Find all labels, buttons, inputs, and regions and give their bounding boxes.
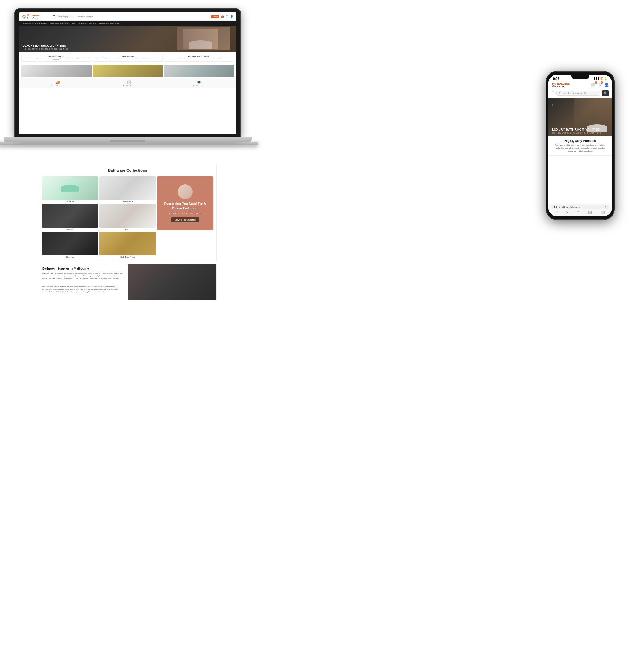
cta-subtitle: Experience the Builders Outlet Differenc…	[166, 212, 204, 215]
service-price-check: 📋 Price Check Promise	[123, 80, 135, 86]
nav-item-mirrors[interactable]: MIRRORS	[89, 23, 97, 24]
laptop-logo-tagline: Serving Quality Building Relations	[27, 19, 41, 20]
phone-header: 🏠 BUILDERS OUTLET 🛒 0 ♡ 0 👤	[549, 81, 612, 88]
virtual-icon: 💻	[194, 80, 204, 84]
phone-logo-builders: BUILDERS	[557, 82, 569, 85]
product-thumb-2[interactable]	[92, 65, 163, 77]
bathware-item-vanities[interactable]: Vanities	[42, 204, 98, 230]
cta-browse-button[interactable]: Browse The Collection	[171, 217, 199, 222]
basin-image	[100, 204, 156, 228]
nav-item-basin[interactable]: BASIN	[64, 23, 70, 24]
phone-logo: 🏠 BUILDERS OUTLET	[552, 82, 569, 87]
nav-item-flooring[interactable]: FLOORING	[55, 23, 64, 24]
laptop-services: 🚚 Amazing Delivery Service 📋 Price Check…	[19, 78, 236, 88]
bathware-item-mixer[interactable]: High Rain Mixer	[100, 232, 156, 258]
phone-header-icons: 🛒 0 ♡ 0 👤	[591, 83, 609, 87]
phone-logo-house-icon: 🏠	[552, 82, 556, 87]
nav-item-tiles[interactable]: TILES	[49, 23, 54, 24]
phone-bookmark-button[interactable]: 📖	[588, 211, 592, 214]
phone-share-button[interactable]: ⬆	[577, 211, 579, 214]
laptop-cart-icon[interactable]: 📦	[221, 15, 224, 18]
nav-item-all-series[interactable]: ALL SERIES	[110, 23, 120, 24]
showers-label: Showers	[42, 256, 98, 258]
laptop-search-button[interactable]: Search	[211, 15, 219, 18]
phone-account-icon[interactable]: 👤	[604, 83, 609, 87]
phone-feature-card: High-Quality Products We have a wide sel…	[549, 136, 612, 156]
laptop-screen-inner: 🏠 B BUILDERS OUTLET Serving Quality Buil…	[19, 12, 236, 134]
nav-item-kitchen[interactable]: KITCHEN & LAUNDRY	[32, 23, 48, 24]
phone-time: 9:07	[553, 77, 559, 80]
bath-spout-image	[100, 176, 156, 200]
laptop-search-input[interactable]	[75, 15, 210, 19]
nav-item-bathware[interactable]: BATHWARE	[22, 23, 31, 24]
phone-nav-buttons: < > ⬆ 📖 ⬜	[552, 209, 609, 214]
delivery-icon: 🚚	[51, 80, 64, 84]
service-virtual-label: Virtual Consultations	[194, 85, 204, 86]
phone-forward-button[interactable]: >	[566, 211, 568, 214]
laptop-features: High-Quality Products We carry a wide se…	[19, 52, 236, 63]
laptop-logo-house-icon: 🏠	[22, 15, 26, 19]
price-check-icon: 📋	[123, 80, 135, 84]
bathware-section-title: Bathware Collections	[42, 168, 214, 174]
phone-aa-label[interactable]: AA	[554, 206, 557, 209]
bathware-item-bath-spout[interactable]: Bath Spout	[100, 176, 156, 203]
phone-logo-outlet: OUTLET	[557, 85, 569, 87]
phone-back-button[interactable]: <	[556, 211, 557, 214]
basin-label: Basin	[100, 228, 156, 230]
phone-search-button[interactable]: 🔍	[602, 90, 609, 96]
laptop-hamburger-icon[interactable]: ☰	[53, 15, 55, 18]
phone-hero-text: LUXURY BATHROOM VANITIES 250+ BEAUTIFUL …	[552, 128, 601, 134]
supplies-text: Bathroom Supplies in Melbourne Builders …	[39, 264, 128, 300]
phone-screen: 9:07 ▌▌▌ 📶 🔋 🏠 BUILDERS OUTLET	[549, 75, 612, 216]
vanities-image	[42, 204, 98, 228]
feature-card-quality: High-Quality Products We carry a wide se…	[21, 54, 91, 62]
laptop-account-icon[interactable]: 👤	[230, 15, 233, 18]
bath-spout-label: Bath Spout	[100, 201, 156, 203]
bathware-cta-column: Everything You Need For A Dream Bathroom…	[157, 176, 214, 230]
laptop-category-select[interactable]	[56, 15, 74, 19]
supplies-desc2: We even offer a price match guarantee fo…	[43, 285, 124, 293]
phone-wishlist-count: 0	[601, 81, 603, 84]
site-header: 🏠 B BUILDERS OUTLET Serving Quality Buil…	[19, 12, 236, 21]
feature-card-australian: Australian Owned & Operated Transform yo…	[164, 54, 234, 62]
bathware-grid: Bathtubs Bath Spout Everything You Need …	[42, 176, 214, 230]
phone-url-text: AA 🔒 uildersoutlet.com.au	[554, 206, 580, 209]
phone-hamburger-icon[interactable]: ☰	[552, 91, 555, 95]
bathware-item-showers[interactable]: Showers	[42, 232, 98, 258]
phone-cart-count: 0	[595, 81, 597, 84]
feature-quality-desc: We carry a wide selection of tapware, ba…	[23, 58, 90, 60]
phone-url-bar[interactable]: AA 🔒 uildersoutlet.com.au ↻	[552, 205, 609, 209]
phone-url-domain: uildersoutlet.com.au	[562, 206, 581, 208]
product-thumb-3[interactable]	[164, 65, 234, 77]
nav-item-accessories[interactable]: ACCESSORIES	[97, 23, 109, 24]
supplies-image	[128, 264, 216, 300]
bathware-item-basin[interactable]: Basin	[100, 204, 156, 230]
phone-search-input[interactable]	[556, 90, 600, 96]
phone-tabs-button[interactable]: ⬜	[601, 211, 605, 214]
phone-wishlist-badge[interactable]: ♡ 0	[598, 83, 602, 87]
phone-device: 9:07 ▌▌▌ 📶 🔋 🏠 BUILDERS OUTLET	[546, 71, 614, 220]
bathtubs-image	[42, 176, 98, 200]
laptop-device: 🏠 B BUILDERS OUTLET Serving Quality Buil…	[15, 9, 241, 157]
bathware-item-bathtubs[interactable]: Bathtubs	[42, 176, 98, 203]
phone-refresh-icon[interactable]: ↻	[605, 206, 607, 209]
showers-image	[42, 232, 98, 255]
laptop-screen-outer: 🏠 B BUILDERS OUTLET Serving Quality Buil…	[15, 9, 241, 137]
bathware-section: Bathware Collections Bathtubs Bath Spout…	[38, 165, 217, 261]
hero-title: LUXURY BATHROOM VANITIES	[23, 44, 68, 48]
phone-cart-badge[interactable]: 🛒 0	[591, 83, 596, 87]
supplies-section: Bathroom Supplies in Melbourne Builders …	[38, 264, 217, 300]
feature-variety-title: Variety and Style	[94, 56, 161, 57]
cta-title: Everything You Need For A Dream Bathroom	[160, 201, 211, 210]
hero-text-block: LUXURY BATHROOM VANITIES 250+ BEAUTIFUL …	[23, 44, 68, 50]
product-thumb-1[interactable]	[21, 65, 92, 77]
nav-item-toilet[interactable]: TOILET	[71, 23, 77, 24]
phone-signals: ▌▌▌ 📶 🔋	[594, 78, 607, 80]
phone-lock-icon: 🔒	[558, 206, 561, 209]
nav-item-appliances[interactable]: APPLIANCES	[78, 23, 88, 24]
phone-hero-decor: r	[552, 101, 554, 109]
main-page-content: Bathware Collections Bathtubs Bath Spout…	[38, 165, 217, 300]
feature-australian-desc: Transform your home with confidence! We'…	[165, 58, 232, 59]
laptop-logo-b: B	[27, 13, 29, 17]
laptop-wishlist-icon[interactable]: ♡	[226, 15, 228, 18]
